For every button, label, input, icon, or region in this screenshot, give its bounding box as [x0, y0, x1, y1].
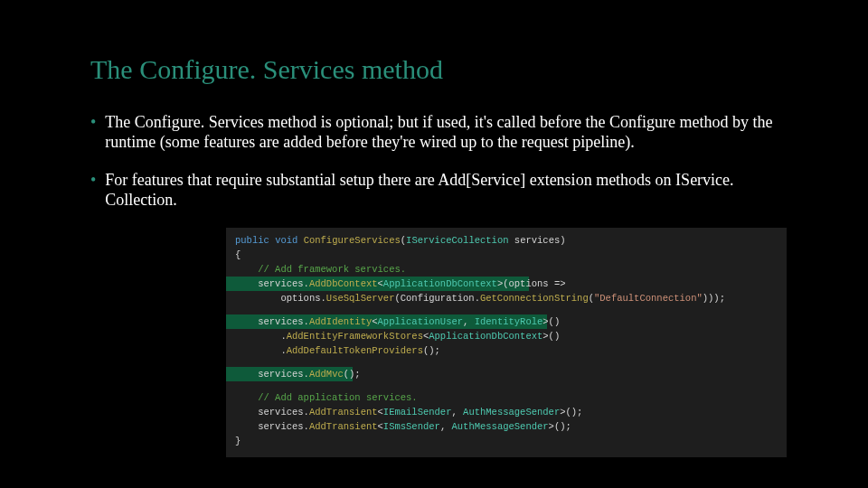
code-line: public void ConfigureServices(IServiceCo…	[235, 233, 778, 248]
code-line: services.AddTransient<IEmailSender, Auth…	[235, 405, 778, 419]
bullet-text: The Configure. Services method is option…	[105, 112, 778, 152]
bullet-text: For features that require substantial se…	[105, 170, 778, 210]
bullet-dot-icon: •	[90, 112, 96, 132]
code-block: public void ConfigureServices(IServiceCo…	[226, 228, 787, 457]
bullet-item: • The Configure. Services method is opti…	[90, 112, 778, 152]
code-line: services.AddMvc();	[235, 367, 778, 381]
slide: The Configure. Services method • The Con…	[0, 0, 868, 475]
code-line: }	[235, 434, 778, 448]
code-line: .AddDefaultTokenProviders();	[235, 343, 778, 358]
bullet-dot-icon: •	[90, 170, 96, 190]
bullet-item: • For features that require substantial …	[90, 170, 778, 210]
code-line: services.AddIdentity<ApplicationUser, Id…	[235, 314, 778, 329]
slide-title: The Configure. Services method	[90, 54, 778, 85]
code-line: // Add application services.	[235, 390, 778, 405]
code-line: // Add framework services.	[235, 262, 778, 277]
code-line: services.AddTransient<ISmsSender, AuthMe…	[235, 419, 778, 434]
code-line: {	[235, 248, 778, 262]
code-line: .AddEntityFrameworkStores<ApplicationDbC…	[235, 329, 778, 343]
code-line: services.AddDbContext<ApplicationDbConte…	[235, 277, 778, 291]
code-line: options.UseSqlServer(Configuration.GetCo…	[235, 291, 778, 305]
